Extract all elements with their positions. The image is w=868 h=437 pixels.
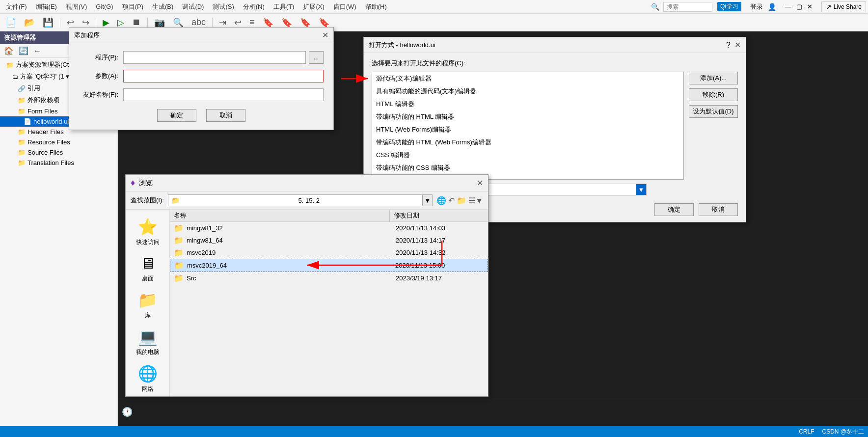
folder-icon-0: 📁 bbox=[174, 223, 184, 233]
dialog-browse-button[interactable]: ... bbox=[309, 51, 324, 64]
open-program-item-0[interactable]: 源代码(文本)编辑器 bbox=[372, 72, 683, 85]
browse-left-desktop[interactable]: 🖥 桌面 bbox=[128, 251, 167, 286]
browse-col-name[interactable]: 名称 bbox=[170, 210, 390, 221]
folder-icon-form: 📁 bbox=[18, 108, 26, 115]
link-icon: 🔗 bbox=[18, 85, 26, 92]
set-default-button[interactable]: 设为默认值(D) bbox=[689, 105, 738, 118]
browse-item-0[interactable]: 📁 mingw81_32 2020/11/13 14:03 bbox=[170, 222, 488, 234]
folder-icon-translation: 📁 bbox=[18, 159, 26, 166]
browse-item-2[interactable]: 📁 msvc2019 2020/11/13 14:32 bbox=[170, 246, 488, 259]
menu-extensions[interactable]: 扩展(X) bbox=[299, 1, 328, 12]
open-mode-ok-button[interactable]: 确定 bbox=[654, 203, 694, 216]
dialog-input-friendly[interactable] bbox=[123, 88, 324, 101]
open-program-item-3[interactable]: 带编码功能的 HTML 编辑器 bbox=[372, 110, 683, 123]
live-share-button[interactable]: ↗ Live Share bbox=[821, 1, 866, 12]
menu-view[interactable]: 视图(V) bbox=[62, 1, 91, 12]
browse-item-date-3: 2020/11/13 15:00 bbox=[395, 262, 484, 269]
open-program-list[interactable]: 源代码(文本)编辑器 具有编码功能的源代码(文本)编辑器 HTML 编辑器 带编… bbox=[372, 72, 684, 180]
browse-item-date-1: 2020/11/13 14:17 bbox=[396, 237, 484, 244]
toolbar-separator2 bbox=[96, 18, 96, 27]
browse-left-quick-access[interactable]: ⭐ 快速访问 bbox=[128, 215, 167, 249]
dialog-add-program-close[interactable]: ✕ bbox=[322, 30, 328, 40]
open-program-item-1[interactable]: 具有编码功能的源代码(文本)编辑器 bbox=[372, 85, 683, 98]
maximize-icon[interactable]: ▢ bbox=[796, 3, 802, 10]
menu-tools[interactable]: 工具(T) bbox=[270, 1, 298, 12]
statusbar: CRLF CSDN @冬十二 bbox=[0, 426, 868, 437]
sidebar-sync-btn[interactable]: 🔄 bbox=[17, 45, 30, 56]
dialog-add-program-buttons: 确定 取消 bbox=[79, 109, 324, 122]
toolbar-new[interactable]: 📄 bbox=[2, 15, 20, 30]
sidebar-item-translation-files[interactable]: 📁 Translation Files bbox=[0, 158, 117, 168]
remove-button[interactable]: 移除(R) bbox=[689, 88, 738, 101]
sidebar-home-btn[interactable]: 🏠 bbox=[2, 45, 16, 56]
browse-left-library[interactable]: 📁 库 bbox=[128, 288, 167, 323]
sidebar-item-label-external: 外部依赖项 bbox=[27, 96, 59, 105]
browse-left-network[interactable]: 🌐 网络 bbox=[128, 361, 167, 396]
toolbar-separator bbox=[60, 18, 60, 27]
dialog-add-program-title: 添加程序 bbox=[74, 31, 100, 40]
live-share-icon: ↗ bbox=[826, 3, 832, 11]
login-button[interactable]: 登录 bbox=[750, 2, 763, 11]
menu-build[interactable]: 生成(B) bbox=[148, 1, 177, 12]
browse-path-dropdown[interactable]: ▼ bbox=[422, 195, 432, 206]
dialog-input-program[interactable] bbox=[123, 51, 306, 64]
browse-folder-icon[interactable]: 📁 bbox=[457, 196, 466, 205]
dialog-label-param: 参数(A): bbox=[79, 72, 118, 81]
open-program-item-4[interactable]: HTML (Web Forms)编辑器 bbox=[372, 123, 683, 136]
menu-window[interactable]: 窗口(W) bbox=[329, 1, 360, 12]
open-program-item-6[interactable]: CSS 编辑器 bbox=[372, 149, 683, 162]
browse-path-combo[interactable]: 📁 5. 15. 2 ▼ bbox=[168, 194, 433, 206]
sidebar-item-label-form: Form Files bbox=[27, 108, 57, 115]
menu-edit[interactable]: 编辑(E) bbox=[32, 1, 61, 12]
sidebar-item-resource-files[interactable]: 📁 Resource Files bbox=[0, 137, 117, 147]
dialog-input-param[interactable] bbox=[123, 70, 324, 82]
menu-help[interactable]: 帮助(H) bbox=[361, 1, 391, 12]
search-input[interactable] bbox=[663, 2, 712, 12]
menu-debug[interactable]: 调试(D) bbox=[178, 1, 208, 12]
browse-back-icon[interactable]: ↶ bbox=[448, 196, 455, 205]
desktop-icon: 🖥 bbox=[140, 254, 156, 273]
sidebar-item-label-source: Source Files bbox=[27, 149, 63, 156]
open-mode-cancel-button[interactable]: 取消 bbox=[699, 203, 738, 216]
close-icon[interactable]: ✕ bbox=[807, 3, 813, 10]
browse-left-mycomputer[interactable]: 💻 我的电脑 bbox=[128, 325, 167, 359]
browse-right: 名称 修改日期 📁 mingw81_32 2020/11/13 14:03 📁 … bbox=[170, 210, 488, 396]
browse-item-date-2: 2020/11/13 14:32 bbox=[396, 249, 484, 256]
menu-file[interactable]: 文件(F) bbox=[2, 1, 31, 12]
open-program-item-7[interactable]: 带编码功能的 CSS 编辑器 bbox=[372, 162, 683, 174]
menu-project[interactable]: 项目(P) bbox=[118, 1, 147, 12]
browse-toolbar: 查找范围(I): 📁 5. 15. 2 ▼ 🌐 ↶ 📁 ☰▼ bbox=[126, 191, 488, 210]
browse-internet-icon[interactable]: 🌐 bbox=[436, 196, 446, 205]
dialog-ok-button[interactable]: 确定 bbox=[157, 109, 196, 122]
browse-item-3[interactable]: 📁 msvc2019_64 2020/11/13 15:00 bbox=[170, 259, 488, 272]
folder-icon-header: 📁 bbox=[18, 128, 26, 136]
dialog-cancel-button[interactable]: 取消 bbox=[206, 109, 245, 122]
menu-git[interactable]: Git(G) bbox=[92, 2, 117, 11]
dialog-open-mode-close[interactable]: ✕ bbox=[734, 40, 741, 50]
folder-icon-3: 📁 bbox=[174, 261, 184, 270]
search-icon[interactable]: 🔍 bbox=[651, 3, 659, 11]
dialog-open-mode-help[interactable]: ? bbox=[726, 41, 731, 50]
sidebar-item-label-references: 引用 bbox=[27, 84, 40, 93]
browse-item-1[interactable]: 📁 mingw81_64 2020/11/13 14:17 bbox=[170, 234, 488, 246]
browse-left-nav: ⭐ 快速访问 🖥 桌面 📁 库 💻 我的电脑 🌐 网络 bbox=[126, 210, 170, 396]
browse-item-name-4: Src bbox=[187, 274, 396, 282]
browse-view-icon[interactable]: ☰▼ bbox=[468, 196, 483, 205]
open-program-item-2[interactable]: HTML 编辑器 bbox=[372, 98, 683, 110]
browse-item-4[interactable]: 📁 Src 2023/3/19 13:17 bbox=[170, 272, 488, 284]
browse-item-name-1: mingw81_64 bbox=[187, 237, 396, 244]
menu-analyze[interactable]: 分析(N) bbox=[239, 1, 269, 12]
add-button[interactable]: 添加(A)... bbox=[689, 72, 738, 84]
minimize-icon[interactable]: — bbox=[785, 3, 791, 10]
open-program-item-5[interactable]: 带编码功能的 HTML (Web Forms)编辑器 bbox=[372, 136, 683, 149]
bottom-dropdown-arrow[interactable]: ▼ bbox=[636, 184, 646, 195]
browse-item-date-4: 2023/3/19 13:17 bbox=[396, 274, 484, 282]
file-icon-ui: 📄 bbox=[24, 118, 31, 125]
sidebar-back-btn[interactable]: ← bbox=[31, 46, 43, 56]
browse-close-btn[interactable]: ✕ bbox=[477, 178, 483, 188]
sidebar-item-source-files[interactable]: 📁 Source Files bbox=[0, 147, 117, 158]
toolbar-open[interactable]: 📂 bbox=[21, 15, 38, 30]
browse-col-date[interactable]: 修改日期 bbox=[390, 210, 488, 221]
toolbar-save[interactable]: 💾 bbox=[39, 15, 57, 30]
menu-test[interactable]: 测试(S) bbox=[209, 1, 238, 12]
